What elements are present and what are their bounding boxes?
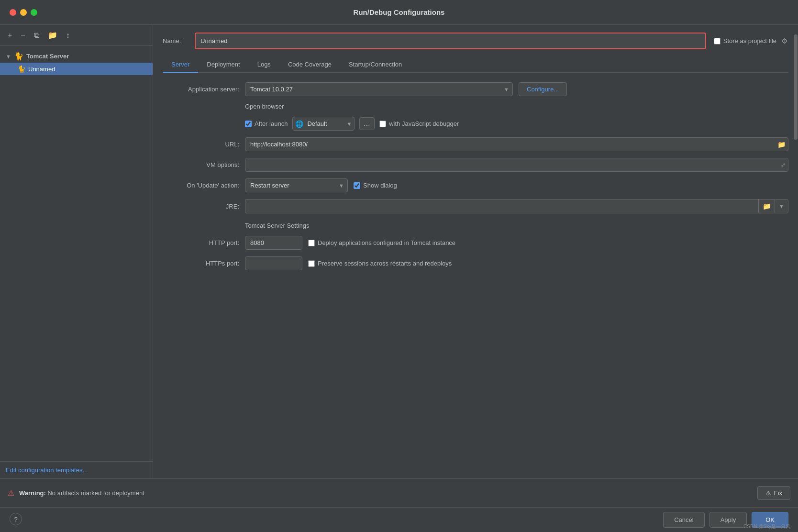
show-dialog-checkbox[interactable] (354, 182, 360, 189)
remove-config-button[interactable]: − (19, 30, 27, 41)
browser-select[interactable]: Default Chrome Firefox (292, 117, 355, 131)
browser-select-wrapper: 🌐 Default Chrome Firefox ▼ (292, 117, 355, 131)
store-project-file-checkbox[interactable] (714, 38, 720, 44)
main-layout: + − ⧉ 📁 ↕ ▼ 🐈 Tomcat Server 🐈 Unnamed Ed… (0, 25, 798, 478)
tabs-bar: Server Deployment Logs Code Coverage Sta… (163, 57, 788, 73)
open-browser-row: Open browser (163, 103, 788, 110)
sidebar-toolbar: + − ⧉ 📁 ↕ (0, 25, 153, 46)
show-dialog-text: Show dialog (363, 182, 397, 189)
expand-icon[interactable]: ⤢ (781, 162, 786, 168)
store-project-file-label[interactable]: Store as project file (714, 37, 776, 44)
warning-fix-icon: ⚠ (765, 489, 771, 497)
vm-input-wrapper: ⤢ (245, 158, 788, 172)
fix-button[interactable]: ⚠ Fix (757, 486, 790, 500)
jre-label: JRE: (163, 203, 239, 210)
vm-options-label: VM options: (163, 161, 239, 168)
tab-code-coverage[interactable]: Code Coverage (279, 57, 340, 73)
minimize-button[interactable] (20, 9, 27, 16)
warning-text: Warning: No artifacts marked for deploym… (19, 489, 753, 497)
maximize-button[interactable] (31, 9, 37, 16)
title-bar: Run/Debug Configurations (0, 0, 798, 25)
on-update-select-wrapper: Restart server Update classes and resour… (245, 178, 348, 192)
chevron-down-icon: ▼ (6, 54, 11, 59)
url-folder-icon[interactable]: 📁 (777, 141, 786, 148)
traffic-lights (10, 9, 37, 16)
sidebar: + − ⧉ 📁 ↕ ▼ 🐈 Tomcat Server 🐈 Unnamed Ed… (0, 25, 153, 478)
move-config-button[interactable]: 📁 (46, 30, 59, 41)
tab-logs[interactable]: Logs (249, 57, 279, 73)
fix-button-label: Fix (774, 489, 782, 497)
configure-button[interactable]: Configure... (519, 82, 567, 96)
cancel-button[interactable]: Cancel (663, 512, 704, 528)
bottom-bar: Cancel Apply OK (0, 507, 798, 532)
js-debugger-checkbox[interactable] (379, 121, 386, 127)
url-input[interactable] (245, 137, 788, 151)
on-update-row: On 'Update' action: Restart server Updat… (163, 178, 788, 192)
tomcat-settings-label: Tomcat Server Settings (245, 222, 309, 229)
scrollbar-thumb[interactable] (794, 34, 798, 140)
tab-server[interactable]: Server (163, 57, 198, 73)
edit-templates-link[interactable]: Edit configuration templates... (6, 466, 88, 474)
js-debugger-text: with JavaScript debugger (389, 120, 459, 127)
scrollbar-track (793, 25, 798, 478)
jre-folder-button[interactable]: 📁 (758, 199, 775, 213)
application-server-row: Application server: Tomcat 10.0.27 ▼ Con… (163, 82, 788, 96)
tree-item-unnamed[interactable]: 🐈 Unnamed (0, 63, 153, 75)
deploy-apps-label[interactable]: Deploy applications configured in Tomcat… (308, 239, 455, 246)
warning-icon: ⚠ (8, 488, 14, 498)
application-server-label: Application server: (163, 86, 239, 93)
jre-row: JRE: 📁 ▼ (163, 199, 788, 213)
after-launch-checkbox-label[interactable]: After launch (245, 120, 288, 127)
show-dialog-label[interactable]: Show dialog (354, 182, 397, 189)
apply-button[interactable]: Apply (709, 512, 747, 528)
application-server-select[interactable]: Tomcat 10.0.27 (245, 82, 513, 96)
tomcat-server-icon: 🐈 (14, 52, 23, 61)
tree-group-header[interactable]: ▼ 🐈 Tomcat Server (0, 50, 153, 63)
watermark: CSDN @Sky是一只风 (743, 523, 790, 530)
jre-input[interactable] (245, 199, 758, 213)
after-launch-checkbox[interactable] (245, 121, 252, 127)
http-port-input[interactable] (245, 236, 302, 250)
tab-deployment[interactable]: Deployment (198, 57, 248, 73)
url-input-wrapper: 📁 (245, 137, 788, 151)
url-row: URL: 📁 (163, 137, 788, 151)
https-port-input[interactable] (245, 256, 302, 270)
on-update-label: On 'Update' action: (163, 182, 239, 189)
tomcat-item-icon: 🐈 (17, 65, 25, 73)
copy-config-button[interactable]: ⧉ (32, 30, 41, 41)
preserve-sessions-label[interactable]: Preserve sessions across restarts and re… (308, 260, 452, 267)
gear-icon-button[interactable]: ⚙ (780, 37, 788, 45)
after-launch-row: After launch 🌐 Default Chrome Firefox ▼ … (163, 117, 788, 131)
close-button[interactable] (10, 9, 16, 16)
https-port-row: HTTPs port: Preserve sessions across res… (163, 256, 788, 270)
vm-options-input[interactable] (245, 158, 788, 172)
on-update-select[interactable]: Restart server Update classes and resour… (245, 178, 348, 192)
ellipsis-button[interactable]: ... (359, 117, 375, 130)
store-project-file-text: Store as project file (723, 37, 776, 44)
add-config-button[interactable]: + (6, 30, 14, 41)
store-row: Store as project file ⚙ (714, 37, 788, 45)
help-button[interactable]: ? (10, 513, 22, 525)
warning-bar: ⚠ Warning: No artifacts marked for deplo… (0, 478, 798, 507)
help-icon: ? (14, 516, 17, 523)
preserve-sessions-text: Preserve sessions across restarts and re… (318, 260, 452, 267)
tab-startup-connection[interactable]: Startup/Connection (340, 57, 410, 73)
deploy-apps-checkbox[interactable] (308, 240, 315, 246)
http-port-row: HTTP port: Deploy applications configure… (163, 236, 788, 250)
js-debugger-label[interactable]: with JavaScript debugger (379, 120, 459, 127)
sidebar-bottom: Edit configuration templates... (0, 461, 153, 478)
jre-input-wrapper: 📁 ▼ (245, 199, 788, 213)
tree-group-tomcat: ▼ 🐈 Tomcat Server 🐈 Unnamed (0, 48, 153, 77)
name-input[interactable] (196, 33, 705, 48)
warning-message: No artifacts marked for deployment (47, 489, 144, 497)
deploy-apps-text: Deploy applications configured in Tomcat… (318, 239, 455, 246)
https-port-label: HTTPs port: (163, 260, 239, 267)
jre-dropdown-button[interactable]: ▼ (775, 199, 788, 213)
sort-config-button[interactable]: ↕ (64, 30, 72, 41)
window-title: Run/Debug Configurations (354, 8, 445, 16)
warning-bold: Warning: (19, 489, 46, 497)
form-section: Application server: Tomcat 10.0.27 ▼ Con… (163, 82, 788, 270)
content-area: Name: Store as project file ⚙ Server Dep… (153, 25, 798, 478)
tree-group-label: Tomcat Server (26, 53, 69, 60)
preserve-sessions-checkbox[interactable] (308, 260, 315, 267)
